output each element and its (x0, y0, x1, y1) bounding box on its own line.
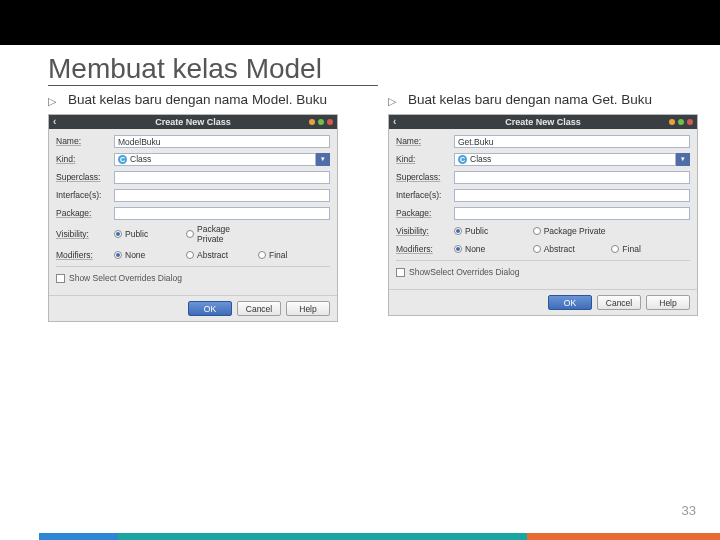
radio-public[interactable]: Public (114, 224, 186, 244)
name-label: Name: (396, 136, 454, 146)
superclass-label: Superclass: (56, 172, 114, 182)
window-controls (309, 119, 333, 125)
help-button[interactable]: Help (646, 295, 690, 310)
name-input[interactable]: Get.Buku (454, 135, 690, 148)
dialog-title: Create New Class (155, 117, 231, 127)
interfaces-label: Interface(s): (396, 190, 454, 200)
chevron-down-icon[interactable]: ▾ (676, 153, 690, 166)
radio-final[interactable]: Final (258, 250, 330, 260)
dialog-title: Create New Class (505, 117, 581, 127)
slide: Membuat kelas Model ▷ Buat kelas baru de… (0, 45, 720, 540)
dialog-titlebar: ‹ Create New Class (49, 115, 337, 129)
dialog-right: ‹ Create New Class Name: Get.Buku Kind: (388, 114, 698, 316)
chevron-down-icon[interactable]: ▾ (316, 153, 330, 166)
package-label: Package: (56, 208, 114, 218)
checkbox-icon[interactable] (56, 274, 65, 283)
overrides-checkbox-row[interactable]: Show Select Overrides Dialog (56, 266, 330, 293)
page-title: Membuat kelas Model (48, 45, 378, 86)
radio-final[interactable]: Final (611, 244, 690, 254)
radio-abstract[interactable]: Abstract (533, 244, 612, 254)
page-number: 33 (682, 503, 696, 518)
class-icon: C (458, 155, 467, 164)
back-icon[interactable]: ‹ (393, 117, 396, 127)
dialog-left: ‹ Create New Class Name: ModelBuku Kind: (48, 114, 338, 322)
window-controls (669, 119, 693, 125)
radio-public[interactable]: Public (454, 226, 533, 236)
close-icon[interactable] (687, 119, 693, 125)
bullet-text: Buat kelas baru dengan nama Get. Buku (408, 92, 652, 109)
kind-select[interactable]: CClass ▾ (114, 153, 330, 166)
kind-label: Kind: (396, 154, 454, 164)
back-icon[interactable]: ‹ (53, 117, 56, 127)
bullet-icon: ▷ (388, 92, 396, 110)
minimize-icon[interactable] (669, 119, 675, 125)
form: Name: ModelBuku Kind: CClass ▾ Superclas… (49, 129, 337, 295)
bullet-row: ▷ Buat kelas baru dengan nama Get. Buku (388, 92, 700, 110)
form: Name: Get.Buku Kind: CClass ▾ Superclass… (389, 129, 697, 289)
overrides-checkbox-row[interactable]: ShowSelect Overrides Dialog (396, 260, 690, 287)
interfaces-input[interactable] (114, 189, 330, 202)
radio-package-private[interactable]: Package Private (533, 226, 612, 236)
button-row: OK Cancel Help (49, 295, 337, 321)
cancel-button[interactable]: Cancel (237, 301, 281, 316)
checkbox-icon[interactable] (396, 268, 405, 277)
interfaces-label: Interface(s): (56, 190, 114, 200)
radio-abstract[interactable]: Abstract (186, 250, 258, 260)
bullet-text: Buat kelas baru dengan nama Model. Buku (68, 92, 327, 109)
kind-label: Kind: (56, 154, 114, 164)
superclass-input[interactable] (114, 171, 330, 184)
package-input[interactable] (114, 207, 330, 220)
name-input[interactable]: ModelBuku (114, 135, 330, 148)
radio-none[interactable]: None (454, 244, 533, 254)
right-column: ▷ Buat kelas baru dengan nama Get. Buku … (370, 92, 720, 322)
content-row: ▷ Buat kelas baru dengan nama Model. Buk… (0, 86, 720, 322)
package-label: Package: (396, 208, 454, 218)
bullet-row: ▷ Buat kelas baru dengan nama Model. Buk… (48, 92, 360, 110)
footer-stripe (0, 533, 720, 540)
cancel-button[interactable]: Cancel (597, 295, 641, 310)
ok-button[interactable]: OK (188, 301, 232, 316)
class-icon: C (118, 155, 127, 164)
superclass-input[interactable] (454, 171, 690, 184)
interfaces-input[interactable] (454, 189, 690, 202)
minimize-icon[interactable] (309, 119, 315, 125)
bullet-icon: ▷ (48, 92, 56, 110)
left-column: ▷ Buat kelas baru dengan nama Model. Buk… (0, 92, 370, 322)
visibility-label: Visibility: (396, 226, 454, 236)
ok-button[interactable]: OK (548, 295, 592, 310)
modifiers-label: Modifiers: (56, 250, 114, 260)
maximize-icon[interactable] (318, 119, 324, 125)
package-input[interactable] (454, 207, 690, 220)
close-icon[interactable] (327, 119, 333, 125)
help-button[interactable]: Help (286, 301, 330, 316)
radio-none[interactable]: None (114, 250, 186, 260)
dialog-titlebar: ‹ Create New Class (389, 115, 697, 129)
maximize-icon[interactable] (678, 119, 684, 125)
name-label: Name: (56, 136, 114, 146)
modifiers-label: Modifiers: (396, 244, 454, 254)
superclass-label: Superclass: (396, 172, 454, 182)
radio-package-private[interactable]: Package Private (186, 224, 258, 244)
kind-select[interactable]: CClass ▾ (454, 153, 690, 166)
button-row: OK Cancel Help (389, 289, 697, 315)
visibility-label: Visibility: (56, 229, 114, 239)
